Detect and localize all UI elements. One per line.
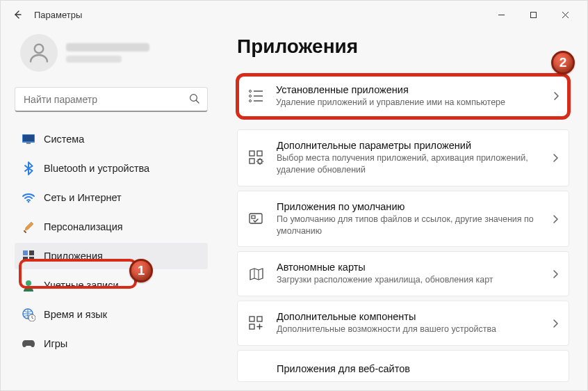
user-profile[interactable]: [15, 29, 208, 84]
svg-point-17: [250, 90, 252, 93]
list-icon: [247, 87, 265, 105]
card-desc: Выбор места получения приложений, архива…: [277, 152, 541, 176]
svg-point-19: [250, 95, 252, 97]
sidebar-item-label: Сеть и Интернет: [44, 192, 122, 203]
svg-rect-8: [26, 143, 31, 144]
svg-rect-28: [252, 216, 255, 218]
sidebar-item-gaming[interactable]: Игры: [15, 330, 208, 357]
account-icon: [22, 278, 35, 292]
svg-point-9: [28, 201, 30, 203]
svg-rect-13: [29, 257, 34, 262]
titlebar: Параметры: [1, 1, 587, 29]
sidebar: Система Bluetooth и устройства Сеть и Ин…: [1, 29, 216, 390]
svg-rect-12: [23, 257, 28, 262]
card-offline-maps[interactable]: Автономные картыЗагрузки расположение хр…: [237, 251, 569, 296]
annotation-badge-2: 2: [551, 51, 575, 74]
card-title: Приложения по умолчанию: [277, 201, 541, 212]
grid-plus-icon: [247, 314, 266, 333]
profile-text: [66, 43, 149, 63]
arrow-left-icon: [12, 9, 23, 20]
card-desc: Удаление приложений и управление ими на …: [276, 97, 541, 109]
chevron-right-icon: [552, 153, 559, 163]
svg-rect-30: [257, 317, 262, 321]
svg-rect-23: [250, 151, 254, 156]
gamepad-icon: [22, 337, 35, 351]
minimize-icon: [498, 11, 505, 19]
card-apps-for-websites[interactable]: Приложения для веб-сайтов: [237, 350, 569, 382]
sidebar-item-accounts[interactable]: Учетные записи: [15, 272, 208, 298]
svg-point-14: [26, 280, 31, 286]
back-button[interactable]: [8, 5, 27, 24]
svg-rect-2: [530, 12, 536, 17]
wifi-icon: [22, 191, 35, 205]
svg-point-3: [35, 45, 44, 54]
svg-rect-11: [29, 250, 34, 255]
chevron-right-icon: [552, 214, 559, 224]
sidebar-item-label: Игры: [44, 338, 67, 349]
search-input[interactable]: [15, 87, 208, 112]
map-icon: [247, 265, 266, 283]
search-icon: [188, 93, 201, 105]
brush-icon: [22, 220, 35, 234]
card-title: Дополнительные параметры приложений: [277, 140, 541, 151]
card-default-apps[interactable]: Приложения по умолчаниюПо умолчанию для …: [237, 191, 569, 248]
sidebar-item-label: Система: [44, 134, 84, 145]
sidebar-item-label: Bluetooth и устройства: [44, 163, 149, 174]
svg-line-5: [196, 100, 199, 103]
window-title: Параметры: [34, 10, 82, 20]
svg-rect-25: [250, 159, 254, 163]
chevron-right-icon: [552, 269, 559, 279]
card-desc: Дополнительные возможности для вашего ус…: [277, 324, 541, 335]
sidebar-item-label: Учетные записи: [44, 280, 119, 291]
card-title: Установленные приложения: [276, 84, 541, 95]
chevron-right-icon: [553, 91, 560, 101]
chevron-right-icon: [552, 319, 559, 328]
sidebar-item-time-language[interactable]: Время и язык: [15, 301, 208, 328]
search-box: [15, 87, 208, 112]
card-installed-apps[interactable]: Установленные приложенияУдаление приложе…: [237, 74, 569, 118]
monitor-icon: [22, 132, 35, 146]
sidebar-item-label: Время и язык: [44, 309, 107, 320]
sidebar-item-personalization[interactable]: Персонализация: [15, 214, 208, 240]
card-desc: Загрузки расположение хранилища, обновле…: [277, 274, 541, 286]
bluetooth-icon: [22, 161, 35, 175]
sidebar-item-label: Приложения: [44, 250, 103, 262]
close-icon: [562, 11, 569, 19]
svg-rect-24: [257, 151, 262, 156]
sidebar-item-network[interactable]: Сеть и Интернет: [15, 184, 208, 211]
avatar: [20, 34, 58, 72]
card-title: Приложения для веб-сайтов: [277, 363, 559, 374]
card-desc: По умолчанию для типов файлов и ссылок, …: [277, 214, 541, 237]
default-apps-icon: [247, 210, 266, 228]
card-advanced-app-settings[interactable]: Дополнительные параметры приложенийВыбор…: [237, 129, 569, 186]
card-optional-features[interactable]: Дополнительные компонентыДополнительные …: [237, 301, 569, 346]
page-title: Приложения: [237, 35, 569, 58]
website-apps-icon: [247, 360, 266, 378]
sidebar-item-label: Персонализация: [44, 221, 123, 232]
main-panel: Приложения Установленные приложенияУдале…: [216, 29, 587, 390]
maximize-icon: [530, 11, 537, 19]
sidebar-item-system[interactable]: Система: [15, 126, 208, 152]
svg-rect-10: [23, 250, 28, 255]
minimize-button[interactable]: [486, 4, 516, 25]
svg-rect-7: [23, 135, 34, 141]
globe-clock-icon: [22, 308, 35, 321]
svg-rect-29: [250, 317, 254, 321]
sidebar-item-bluetooth[interactable]: Bluetooth и устройства: [15, 155, 208, 182]
svg-point-26: [258, 159, 262, 163]
card-title: Автономные карты: [277, 262, 541, 273]
maximize-button[interactable]: [518, 4, 548, 25]
settings-window: Параметры Система: [0, 0, 588, 391]
svg-point-21: [250, 100, 252, 102]
card-title: Дополнительные компоненты: [277, 311, 541, 322]
svg-rect-31: [250, 324, 254, 329]
sidebar-item-apps[interactable]: Приложения: [15, 243, 208, 269]
grid-gear-icon: [247, 149, 266, 167]
apps-icon: [22, 249, 35, 263]
close-button[interactable]: [550, 4, 580, 25]
person-icon: [26, 40, 51, 65]
window-controls: [486, 4, 580, 25]
